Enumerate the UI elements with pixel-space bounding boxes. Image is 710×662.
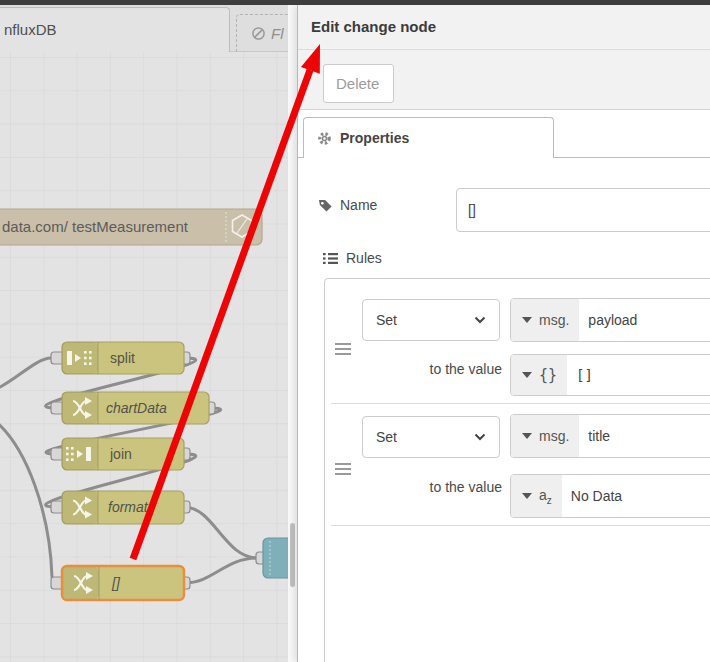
node-label: data.com/ testMeasurement (2, 218, 189, 235)
canvas-vertical-scrollbar[interactable] (288, 5, 297, 662)
gear-icon (317, 131, 332, 146)
rules-label: Rules (346, 250, 382, 266)
flow-tab-influxdb[interactable]: nfluxDB (0, 7, 230, 53)
node-join[interactable]: join (62, 438, 184, 470)
name-label: Name (340, 197, 377, 213)
type-caret-icon[interactable] (522, 433, 532, 439)
rule1-to-label: to the value (362, 361, 502, 377)
rule1-target: payload (579, 299, 637, 341)
editor-header-strip (0, 0, 710, 5)
node-label: [] (111, 575, 121, 591)
node-label: join (109, 446, 132, 462)
delete-button[interactable]: Delete (323, 64, 394, 103)
node-label: format (108, 499, 149, 515)
rule2-target: title (579, 415, 610, 457)
node-chartdata[interactable]: chartData (62, 392, 209, 424)
rule-separator (331, 525, 710, 526)
node-chart-teal[interactable] (263, 538, 288, 578)
rule-drag-handle[interactable] (335, 343, 351, 355)
node-label: chartData (106, 400, 167, 416)
node-format[interactable]: format (62, 491, 184, 524)
rule1-property-input[interactable]: msg. payload (510, 298, 710, 342)
tab-properties[interactable]: Properties (303, 117, 554, 158)
json-type-icon: {} (539, 366, 557, 384)
rule1-action-select[interactable]: Set (362, 299, 500, 341)
type-caret-icon[interactable] (522, 493, 532, 499)
rule2-to-label: to the value (362, 479, 502, 495)
node-empty-selected[interactable]: [] (62, 566, 184, 600)
rule1-action: Set (376, 312, 397, 328)
flow-tab-bar: nfluxDB Fl (0, 5, 297, 52)
rule2-action: Set (376, 429, 397, 445)
string-type-icon: az (539, 487, 552, 506)
flow-canvas[interactable]: data.com/ testMeasurement split chartDat… (0, 52, 288, 662)
rule2-value: No Data (562, 475, 622, 517)
disabled-flow-label: Fl (271, 15, 284, 52)
edit-tray: Edit change node Delete Properties Name (297, 5, 710, 662)
disabled-flow-icon (251, 26, 266, 41)
node-influxdb[interactable]: data.com/ testMeasurement (0, 209, 262, 245)
node-split[interactable]: split (62, 342, 184, 374)
node-red-editor: nfluxDB Fl (0, 0, 710, 662)
rule2-value-input[interactable]: az No Data (510, 474, 710, 518)
rule2-target-prefix: msg. (539, 428, 569, 444)
tag-icon (318, 198, 333, 213)
rule-separator (331, 403, 710, 404)
chevron-down-icon (474, 433, 486, 441)
type-caret-icon[interactable] (522, 372, 532, 378)
type-caret-icon[interactable] (522, 317, 532, 323)
tray-header: Edit change node (298, 5, 710, 50)
name-label-row: Name (318, 197, 377, 213)
name-input[interactable] (456, 188, 710, 232)
scrollbar-thumb[interactable] (290, 523, 295, 587)
rule1-target-prefix: msg. (539, 312, 569, 328)
list-icon (323, 252, 338, 265)
tab-properties-label: Properties (340, 130, 409, 146)
rule1-value-input[interactable]: {} [] (510, 354, 710, 396)
rule-drag-handle[interactable] (335, 463, 351, 475)
flow-tab-label: nfluxDB (4, 21, 57, 38)
rule1-value: [] (567, 355, 593, 395)
chevron-down-icon (474, 316, 486, 324)
tray-toolbar: Delete (298, 50, 710, 110)
tray-title: Edit change node (311, 18, 436, 35)
rule2-action-select[interactable]: Set (362, 416, 500, 458)
rules-container: Set msg. payload to the value {} [] (324, 278, 710, 662)
rule2-property-input[interactable]: msg. title (510, 414, 710, 458)
node-label: split (110, 350, 135, 366)
rules-label-row: Rules (323, 250, 382, 266)
